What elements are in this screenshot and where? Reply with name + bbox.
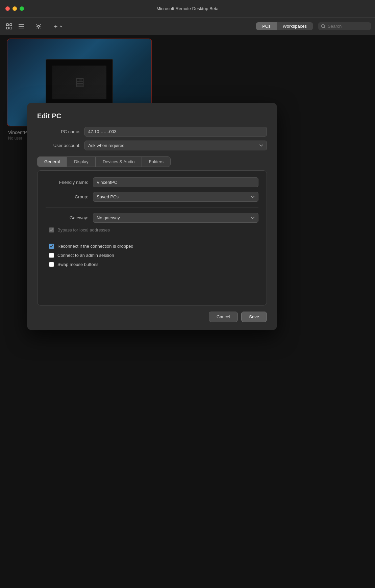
maximize-button[interactable] <box>20 6 24 11</box>
divider-1 <box>46 207 258 207</box>
segment-workspaces[interactable]: Workspaces <box>277 22 313 30</box>
toolbar: ＋ PCs Workspaces <box>0 18 375 35</box>
svg-rect-0 <box>6 24 8 26</box>
friendly-name-row: Friendly name: <box>46 177 258 187</box>
friendly-name-input[interactable] <box>93 177 258 187</box>
grid-view-button[interactable] <box>4 22 14 31</box>
save-button[interactable]: Save <box>241 312 267 322</box>
pc-name-row: PC name: <box>37 127 267 137</box>
gateway-label: Gateway: <box>46 215 93 220</box>
user-account-select[interactable]: Ask when required <box>84 141 267 150</box>
swap-mouse-label: Swap mouse buttons <box>57 262 98 267</box>
admin-session-row[interactable]: Connect to an admin session <box>46 253 258 258</box>
svg-rect-3 <box>10 27 12 29</box>
main-area: 🖥 VincentPC No user Edit PC PC name: Use… <box>0 35 375 588</box>
reconnect-label: Reconnect if the connection is dropped <box>57 244 133 249</box>
pc-name-label: PC name: <box>37 129 84 134</box>
tab-display[interactable]: Display <box>67 156 96 167</box>
segment-pcs[interactable]: PCs <box>256 22 277 30</box>
grid-icon <box>6 23 12 29</box>
traffic-lights <box>5 6 24 11</box>
title-bar: Microsoft Remote Desktop Beta <box>0 0 375 18</box>
bypass-checkbox <box>49 227 54 232</box>
tab-devices-audio[interactable]: Devices & Audio <box>96 156 142 167</box>
gateway-row: Gateway: No gateway <box>46 213 258 223</box>
toolbar-separator-2 <box>47 23 47 30</box>
svg-point-7 <box>38 25 40 27</box>
swap-mouse-row[interactable]: Swap mouse buttons <box>46 262 258 267</box>
cancel-button[interactable]: Cancel <box>209 312 238 322</box>
tab-general[interactable]: General <box>37 156 67 167</box>
svg-point-8 <box>322 24 325 27</box>
reconnect-row[interactable]: Reconnect if the connection is dropped <box>46 244 258 249</box>
close-button[interactable] <box>5 6 10 11</box>
user-account-label: User account: <box>37 143 84 148</box>
svg-line-9 <box>324 27 326 28</box>
tabs-container: General Display Devices & Audio Folders <box>37 156 267 167</box>
minimize-button[interactable] <box>12 6 17 11</box>
segment-control: PCs Workspaces <box>256 22 313 30</box>
tab-folders[interactable]: Folders <box>142 156 171 167</box>
svg-rect-1 <box>10 24 12 26</box>
search-box[interactable] <box>318 22 371 30</box>
reconnect-checkbox[interactable] <box>49 244 54 249</box>
add-button[interactable]: ＋ <box>51 21 65 32</box>
app-title: Microsoft Remote Desktop Beta <box>156 6 219 11</box>
user-account-row: User account: Ask when required <box>37 141 267 150</box>
list-view-button[interactable] <box>16 22 26 31</box>
modal-title: Edit PC <box>37 112 267 120</box>
svg-rect-2 <box>6 27 8 29</box>
modal-footer: Cancel Save <box>37 312 267 322</box>
group-select[interactable]: Saved PCs <box>93 192 258 202</box>
bypass-label: Bypass for local addresses <box>57 227 110 232</box>
friendly-name-label: Friendly name: <box>46 180 93 185</box>
admin-session-label: Connect to an admin session <box>57 253 114 258</box>
toolbar-separator-1 <box>30 23 30 30</box>
divider-2 <box>46 238 258 238</box>
admin-session-checkbox[interactable] <box>49 253 54 258</box>
list-icon <box>18 23 24 29</box>
pc-name-input[interactable] <box>84 127 267 137</box>
gateway-select[interactable]: No gateway <box>93 213 258 223</box>
gear-icon <box>35 23 42 29</box>
edit-pc-modal: Edit PC PC name: User account: Ask when … <box>27 103 277 330</box>
toolbar-view-icons: ＋ <box>4 21 65 32</box>
plus-icon: ＋ <box>53 22 59 30</box>
bypass-row: Bypass for local addresses <box>46 227 258 232</box>
group-row: Group: Saved PCs <box>46 192 258 202</box>
search-icon <box>321 24 326 29</box>
tab-content-general: Friendly name: Group: Saved PCs Gateway:… <box>37 170 267 305</box>
chevron-down-icon <box>59 25 63 28</box>
group-label: Group: <box>46 194 93 199</box>
search-input[interactable] <box>328 24 368 29</box>
swap-mouse-checkbox[interactable] <box>49 262 54 267</box>
settings-button[interactable] <box>33 22 44 31</box>
